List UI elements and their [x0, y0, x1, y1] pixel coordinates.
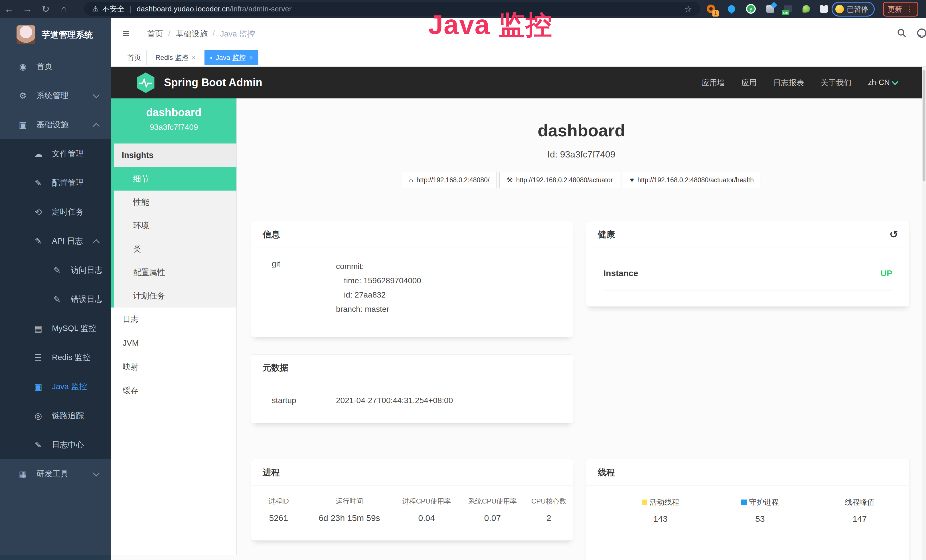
process-card: 进程 进程ID 5261 运行时间 6d 23h 15m 59s 进程CPU使用… — [251, 459, 573, 540]
github-icon[interactable] — [915, 26, 926, 40]
process-value-cpus: 2 — [525, 513, 573, 523]
profile-paused-pill[interactable]: 已暂停 — [832, 2, 875, 17]
extension-grid-icon[interactable] — [764, 3, 776, 15]
sba-section-insights: Insights — [114, 144, 236, 167]
tab-java-monitor[interactable]: ● Java 监控 × — [204, 50, 259, 65]
extension-pin-icon[interactable] — [726, 3, 737, 15]
extension-y-icon[interactable]: y — [745, 3, 757, 15]
back-icon[interactable]: ← — [0, 3, 18, 15]
sba-brand-title[interactable]: Spring Boot Admin — [164, 76, 262, 89]
status-badge: UP — [881, 268, 892, 278]
close-icon[interactable]: × — [192, 54, 196, 61]
search-icon[interactable] — [895, 26, 909, 40]
sba-menu-caches[interactable]: 缓存 — [111, 378, 236, 402]
sba-locale-select[interactable]: zh-CN — [868, 78, 897, 87]
service-url-button[interactable]: ⌂ http://192.168.0.2:48080/ — [402, 172, 496, 188]
tab-home[interactable]: 首页 — [122, 50, 147, 65]
app-logo-row[interactable]: 芋道管理系统 — [0, 18, 111, 52]
screen: ← → ↻ ⌂ ⚠ 不安全 | dashboard.yudao.iocoder.… — [0, 0, 926, 560]
sidebar-item-log-center[interactable]: ✎ 日志中心 — [0, 430, 111, 459]
sba-nav-about[interactable]: 关于我们 — [820, 77, 851, 88]
sidebar-item-home[interactable]: ◉ 首页 — [0, 52, 111, 81]
eye-icon: ◎ — [32, 411, 44, 421]
heartbeat-icon: ♥ — [630, 176, 634, 184]
browser-menu-icon[interactable]: ⋮ — [906, 5, 914, 14]
sba-menu-environment[interactable]: 环境 — [114, 214, 236, 238]
extension-sprout-icon[interactable] — [800, 3, 812, 15]
paused-label: 已暂停 — [847, 5, 868, 14]
health-key: Instance — [604, 268, 638, 278]
sba-nav-journal[interactable]: 日志报表 — [773, 77, 804, 88]
history-icon[interactable]: ↺ — [890, 229, 898, 241]
sidebar-item-access-logs[interactable]: ✎ 访问日志 — [0, 256, 111, 285]
sba-instance-header[interactable]: dashboard 93a3fc7f7409 — [111, 98, 236, 144]
wrench-icon: ⚒ — [507, 176, 513, 184]
process-value-pid: 5261 — [251, 513, 306, 523]
actuator-url-button[interactable]: ⚒ http://192.168.0.2:48080/actuator — [499, 172, 620, 188]
breadcrumb-infrastructure[interactable]: 基础设施 — [176, 29, 207, 39]
sba-menu-logs[interactable]: 日志 — [111, 307, 236, 331]
sba-nav-wallboard[interactable]: 应用墙 — [702, 77, 725, 88]
log-icon: ✎ — [32, 236, 44, 246]
sba-menu-config-props[interactable]: 配置属性 — [114, 261, 236, 284]
address-bar[interactable]: ⚠ 不安全 | dashboard.yudao.iocoder.cn/infra… — [84, 2, 700, 16]
spring-boot-admin-logo-icon — [135, 72, 156, 94]
extension-colorzilla-icon[interactable]: 1 — [705, 3, 717, 15]
sidebar-item-redis-monitor[interactable]: ☰ Redis 监控 — [0, 343, 111, 372]
metadata-card: 元数据 startup 2021-04-27T00:44:31.254+08:0… — [251, 354, 573, 423]
sba-content: dashboard Id: 93a3fc7f7409 ⌂ http://192.… — [237, 98, 926, 560]
sidebar-toggle-icon[interactable]: ≡ — [123, 27, 129, 39]
sidebar-item-dev-tools[interactable]: ▦ 研发工具 — [0, 459, 111, 488]
scrollbar-thumb[interactable] — [923, 70, 925, 182]
sidebar-item-scheduled-tasks[interactable]: ⟲ 定时任务 — [0, 197, 111, 227]
scrollbar[interactable] — [922, 67, 926, 560]
threads-card: 线程 活动线程 143 守护进程 53 线程峰值 147 140 120 — [586, 459, 910, 560]
sidebar-item-tracing[interactable]: ◎ 链路追踪 — [0, 401, 111, 430]
not-secure-warning-icon[interactable]: ⚠ — [92, 5, 99, 14]
page-annotation: Java 监控 — [399, 7, 582, 43]
sidebar-item-file-management[interactable]: ☁ 文件管理 — [0, 139, 111, 168]
sidebar-item-java-monitor[interactable]: ▣ Java 监控 — [0, 372, 111, 401]
sidebar-item-system-management[interactable]: ⚙ 系统管理 — [0, 81, 111, 110]
extension-onetab-icon[interactable]: on — [782, 3, 794, 15]
bookmark-star-icon[interactable]: ☆ — [684, 4, 692, 14]
sidebar-item-error-logs[interactable]: ✎ 错误日志 — [0, 285, 111, 314]
metadata-key: startup — [265, 396, 336, 405]
extension-badge: 1 — [713, 10, 719, 17]
daemon-threads-swatch — [741, 499, 747, 505]
sidebar-item-api-logs[interactable]: ✎ API 日志 — [0, 227, 111, 256]
sidebar-collapse-bar[interactable] — [0, 555, 111, 560]
monitor-icon: ▣ — [32, 382, 44, 392]
breadcrumb: 首页 / 基础设施 / Java 监控 — [147, 29, 255, 39]
extensions-puzzle-icon[interactable] — [818, 3, 830, 15]
home-icon[interactable]: ⌂ — [55, 3, 73, 15]
update-label: 更新 — [888, 5, 902, 14]
instance-title: dashboard — [237, 121, 926, 140]
sba-menu-jvm[interactable]: JVM — [111, 331, 236, 355]
sba-nav-applications[interactable]: 应用 — [741, 77, 757, 88]
breadcrumb-home[interactable]: 首页 — [147, 29, 163, 39]
info-git-row: git commit: time: 1596289704000 id: 27aa… — [265, 259, 559, 327]
sidebar-item-mysql-monitor[interactable]: ▤ MySQL 监控 — [0, 314, 111, 343]
sba-menu-details[interactable]: 细节 — [114, 167, 236, 191]
sba-menu-mappings[interactable]: 映射 — [111, 355, 236, 378]
reload-icon[interactable]: ↻ — [36, 3, 55, 15]
chevron-up-icon — [93, 239, 100, 246]
forward-icon[interactable]: → — [18, 3, 36, 15]
timer-icon: ⟲ — [32, 207, 44, 217]
tab-redis-monitor[interactable]: Redis 监控 × — [150, 50, 201, 65]
browser-update-button[interactable]: 更新 ⋮ — [883, 2, 918, 17]
briefcase-icon: ▦ — [17, 469, 29, 479]
sba-menu-scheduled-tasks[interactable]: 计划任务 — [114, 284, 236, 307]
sba-instance-name: dashboard — [111, 106, 236, 119]
process-table: 进程ID 5261 运行时间 6d 23h 15m 59s 进程CPU使用率 0… — [251, 496, 573, 523]
chevron-down-icon — [93, 91, 100, 98]
sidebar-item-infrastructure[interactable]: ▣ 基础设施 — [0, 110, 111, 139]
legend-daemon-threads: 守护进程 — [749, 497, 779, 507]
sba-menu-metrics[interactable]: 性能 — [114, 191, 236, 214]
sba-menu-classes[interactable]: 类 — [114, 238, 236, 261]
sidebar-item-config-management[interactable]: ✎ 配置管理 — [0, 168, 111, 197]
health-instance-row[interactable]: Instance UP — [604, 268, 892, 291]
health-url-button[interactable]: ♥ http://192.168.0.2:48080/actuator/heal… — [623, 172, 761, 188]
close-icon[interactable]: × — [249, 54, 253, 61]
